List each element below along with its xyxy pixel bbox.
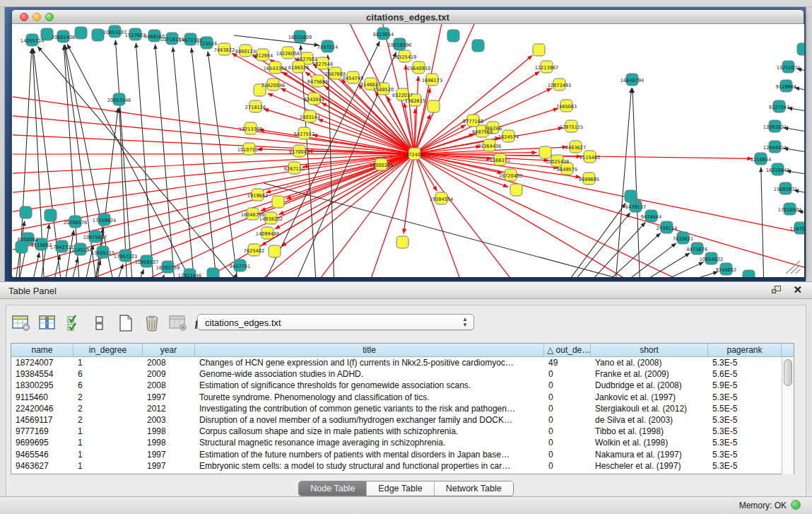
graph-node-yellow[interactable] <box>272 196 284 208</box>
graph-node-label: 8912954 <box>252 53 273 59</box>
float-panel-icon[interactable] <box>772 286 782 296</box>
table-row[interactable]: 946554611997Estimation of the future num… <box>11 449 794 460</box>
graph-edge <box>268 93 415 153</box>
graph-node-teal[interactable] <box>207 268 219 277</box>
select-columns-icon[interactable] <box>37 313 58 334</box>
table-row[interactable]: 977716911998Corpus callosum shape and si… <box>11 426 794 437</box>
graph-node-teal[interactable] <box>92 29 104 41</box>
table-row[interactable]: 911546021997Tourette syndrome. Phenomeno… <box>11 392 794 403</box>
table-cell: 0 <box>544 414 591 426</box>
tab-network-table[interactable]: Network Table <box>435 481 513 496</box>
graph-node-label: 16648794 <box>620 78 645 83</box>
vertical-scrollbar[interactable] <box>782 357 794 474</box>
table-cell: 5.3E-5 <box>708 357 782 368</box>
graph-edge <box>787 108 804 113</box>
column-header-in_degree[interactable]: in_degree <box>73 344 143 357</box>
graph-edge <box>114 264 123 277</box>
graph-node-teal[interactable] <box>797 43 804 55</box>
column-header-title[interactable]: title <box>195 344 544 357</box>
table-row[interactable]: 1938455462009Genome-wide association stu… <box>11 368 794 380</box>
graph-node-teal[interactable] <box>16 241 28 253</box>
table-cell: Hescheler et al. (1997) <box>591 460 708 472</box>
graph-node-label: 16543358 <box>264 66 288 71</box>
graph-node-yellow[interactable] <box>269 245 281 257</box>
table-cell: 1 <box>73 460 143 472</box>
column-header-out_de[interactable]: △ out_de… <box>544 344 591 357</box>
graph-node-label: 8350081 <box>18 237 38 243</box>
table-row[interactable]: 1456911722003Disruption of a novel membe… <box>11 414 794 426</box>
graph-edge <box>115 40 133 277</box>
column-header-name[interactable]: name <box>11 344 73 357</box>
graph-node-label: 14099488 <box>256 231 280 237</box>
column-header-short[interactable]: short <box>591 344 708 357</box>
graph-node-yellow[interactable] <box>539 146 551 158</box>
table-cell: 2003 <box>143 414 195 426</box>
graph-node-label: 10853287 <box>103 30 127 35</box>
delete-table-icon[interactable] <box>167 313 189 334</box>
tab-edge-table[interactable]: Edge Table <box>367 481 434 496</box>
graph-node-yellow[interactable] <box>428 100 440 112</box>
table-row[interactable]: 946362711997Embryonic stem cells: a mode… <box>11 460 794 472</box>
graph-node-label: 15692971 <box>774 187 798 192</box>
graph-edge <box>67 44 196 277</box>
table-row[interactable]: 1872400712008Changes of HCN gene express… <box>11 357 794 368</box>
graph-node-teal[interactable] <box>75 27 87 39</box>
graph-node-label: 9699695 <box>579 177 599 182</box>
graph-node-label: 18300295 <box>370 163 394 168</box>
graph-node-label: 9777169 <box>463 119 483 124</box>
column-header-year[interactable]: year <box>143 344 195 357</box>
table-cell: 2009 <box>143 368 195 380</box>
window-title-bar[interactable]: citations_edges.txt <box>12 10 804 24</box>
graph-node-label: 10025438 <box>546 159 570 165</box>
graph-node-label: 17957223 <box>114 254 138 259</box>
table-panel-header[interactable]: Table Panel ✕ <box>0 281 812 299</box>
table-cell: 5.6E-5 <box>708 368 782 380</box>
column-header-pagerank[interactable]: pagerank <box>708 344 782 357</box>
graph-edge <box>65 45 115 277</box>
split-view-icon[interactable] <box>89 313 110 334</box>
graph-node-label: 9463627 <box>565 145 586 151</box>
table-selector-dropdown[interactable]: citations_edges.txt ▲▼ <box>197 314 474 330</box>
network-view-window[interactable]: citations_edges.txt 18724007746382288601… <box>11 9 804 277</box>
graph-node-label: 7485063 <box>556 104 577 110</box>
graph-node-teal[interactable] <box>447 30 459 42</box>
graph-node-label: 7515526 <box>196 41 217 47</box>
graph-node-label: 8454749 <box>343 76 363 81</box>
table-row[interactable]: 2242004622012Investigating the contribut… <box>11 403 794 414</box>
graph-edge <box>406 64 415 153</box>
graph-node-label: 2803144 <box>300 115 320 120</box>
table-settings-icon[interactable] <box>11 313 32 334</box>
table-cell: 5.3E-5 <box>708 414 782 426</box>
graph-node-label: 8267110 <box>284 166 305 172</box>
graph-node-yellow[interactable] <box>396 236 408 248</box>
table-cell: de Silva et al. (2003) <box>591 414 708 426</box>
graph-node-teal[interactable] <box>743 270 755 277</box>
citation-network-graph[interactable]: 1872400774638228860124891295416543358182… <box>13 24 804 277</box>
delete-trash-icon[interactable] <box>141 313 163 334</box>
close-panel-icon[interactable]: ✕ <box>793 284 802 296</box>
graph-node-label: 9115460 <box>579 155 600 160</box>
graph-node-label: 16210643 <box>766 168 790 173</box>
graph-node-label: 9245652 <box>716 267 736 273</box>
select-rows-icon[interactable] <box>63 313 84 334</box>
dropdown-stepper-icon: ▲▼ <box>462 317 468 328</box>
table-cell: 0 <box>544 460 591 472</box>
new-table-icon[interactable] <box>115 313 136 334</box>
graph-node-yellow[interactable] <box>533 44 545 56</box>
graph-node-teal[interactable] <box>472 40 484 52</box>
graph-node-teal[interactable] <box>20 206 32 218</box>
graph-node-teal[interactable] <box>45 209 57 221</box>
scrollbar-thumb[interactable] <box>784 359 792 386</box>
tab-node-table[interactable]: Node Table <box>299 481 367 496</box>
graph-node-label: 1362615 <box>405 98 425 104</box>
graph-node-label: 6479137 <box>625 204 646 210</box>
graph-node-label: 19384554 <box>430 197 454 202</box>
network-canvas[interactable]: 1872400774638228860124891295416543358182… <box>13 24 804 277</box>
graph-node-yellow[interactable] <box>510 184 522 196</box>
window-resize-grip[interactable] <box>783 259 801 275</box>
table-row[interactable]: 969969511998Structural magnetic resonanc… <box>11 437 794 448</box>
table-cell: Dudbridge et al. (2008) <box>591 380 708 391</box>
node-attribute-table: namein_degreeyeartitle△ out_de…shortpage… <box>11 343 794 474</box>
table-row[interactable]: 1830029562008Estimation of significance … <box>11 380 794 391</box>
window-title: citations_edges.txt <box>12 12 804 23</box>
